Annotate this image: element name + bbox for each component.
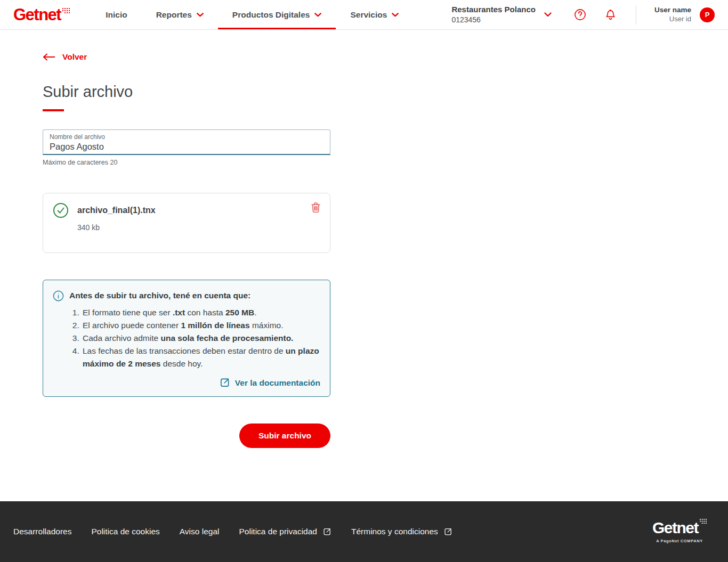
nav-item-reportes[interactable]: Reportes [142, 0, 218, 29]
info-list-item: El formato tiene que ser .txt con hasta … [82, 306, 320, 319]
info-circle-icon [53, 290, 64, 302]
info-list-item: Las fechas de las transacciones deben es… [82, 345, 320, 370]
nav-item-servicios[interactable]: Servicios [336, 0, 413, 29]
chevron-down-icon [544, 12, 552, 17]
footer-tagline: A PagoNxt COMPANY [652, 539, 707, 543]
page-title: Subir archivo [43, 83, 728, 101]
header-right: Restaurantes Polanco 0123456 User n [451, 0, 715, 29]
user-name: User name [654, 5, 691, 15]
avatar[interactable]: P [700, 7, 715, 22]
documentation-link[interactable]: Ver la documentación [219, 377, 320, 388]
footer-getnet-logo-text: Getnet [652, 520, 698, 536]
info-box: Antes de subir tu archivo, tené en cuent… [43, 280, 330, 397]
check-circle-icon [53, 202, 69, 218]
filename-input[interactable] [50, 141, 323, 152]
nav-item-label: Productos Digitales [232, 10, 310, 20]
nav-item-label: Servicios [350, 10, 387, 20]
getnet-logo-dots-icon [62, 8, 70, 14]
getnet-logo-text: Getnet [13, 6, 61, 23]
nav-item-label: Reportes [156, 10, 192, 20]
footer-link-desarrolladores[interactable]: Desarrolladores [13, 527, 71, 536]
chevron-down-icon [314, 13, 321, 17]
filename-field-helper: Máximo de caracteres 20 [43, 159, 728, 166]
merchant-id: 0123456 [451, 15, 536, 25]
footer-link-politica-de-cookies[interactable]: Politica de cookies [91, 527, 159, 536]
header-divider [636, 5, 636, 25]
user-menu[interactable]: User name User id [654, 5, 691, 23]
back-link[interactable]: Volver [43, 52, 87, 62]
info-list-item: El archivo puede contener 1 millón de lí… [82, 319, 320, 332]
uploaded-file-card: archivo_final(1).tnx 340 kb [43, 193, 330, 253]
footer: DesarrolladoresPolitica de cookiesAviso … [0, 501, 728, 562]
footer-getnet-logo-dots-icon [700, 519, 707, 524]
header: Getnet InicioReportesProductos Digitales… [0, 0, 728, 30]
merchant-account-selector[interactable]: Restaurantes Polanco 0123456 [451, 5, 552, 25]
footer-link-label: Politica de privacidad [239, 527, 317, 536]
footer-link-label: Aviso legal [180, 527, 220, 536]
user-id: User id [654, 15, 691, 24]
footer-links: DesarrolladoresPolitica de cookiesAviso … [13, 527, 452, 536]
external-link-icon [443, 527, 452, 536]
footer-link-label: Términos y condiciones [351, 527, 438, 536]
nav-item-label: Inicio [106, 10, 127, 20]
back-label: Volver [62, 52, 87, 62]
getnet-logo[interactable]: Getnet [13, 0, 70, 29]
question-circle-icon [574, 9, 586, 21]
main-content: Volver Subir archivo Nombre del archivo … [0, 30, 728, 501]
footer-link-aviso-legal[interactable]: Aviso legal [180, 527, 220, 536]
documentation-link-label: Ver la documentación [235, 378, 320, 388]
info-heading: Antes de subir tu archivo, tené en cuent… [69, 290, 250, 300]
external-link-icon [219, 377, 230, 388]
bell-icon [604, 9, 617, 21]
help-button[interactable] [574, 9, 586, 21]
footer-logo: Getnet A PagoNxt COMPANY [652, 520, 707, 543]
trash-icon [311, 202, 321, 213]
info-list-item: Cada archivo admite una sola fecha de pr… [82, 332, 320, 345]
title-accent-bar [43, 109, 64, 111]
chevron-down-icon [197, 13, 204, 17]
chevron-down-icon [392, 13, 399, 17]
file-size: 340 kb [77, 223, 320, 232]
merchant-name: Restaurantes Polanco [451, 5, 536, 15]
arrow-left-icon [43, 53, 55, 61]
nav-item-inicio[interactable]: Inicio [91, 0, 141, 29]
main-nav: InicioReportesProductos DigitalesServici… [91, 0, 413, 29]
filename-field-label: Nombre del archivo [50, 133, 323, 141]
footer-link-terminos-y-condiciones[interactable]: Términos y condiciones [351, 527, 452, 536]
file-name: archivo_final(1).tnx [77, 206, 156, 215]
external-link-icon [322, 527, 331, 536]
filename-field-wrapper: Nombre del archivo [43, 129, 330, 155]
notifications-button[interactable] [604, 9, 617, 21]
delete-file-button[interactable] [311, 202, 321, 213]
nav-item-productos-digitales[interactable]: Productos Digitales [218, 0, 336, 29]
upload-file-button[interactable]: Subir archivo [239, 423, 330, 448]
footer-link-label: Desarrolladores [13, 527, 71, 536]
info-list: El formato tiene que ser .txt con hasta … [53, 306, 320, 370]
footer-link-politica-de-privacidad[interactable]: Politica de privacidad [239, 527, 331, 536]
footer-link-label: Politica de cookies [91, 527, 159, 536]
